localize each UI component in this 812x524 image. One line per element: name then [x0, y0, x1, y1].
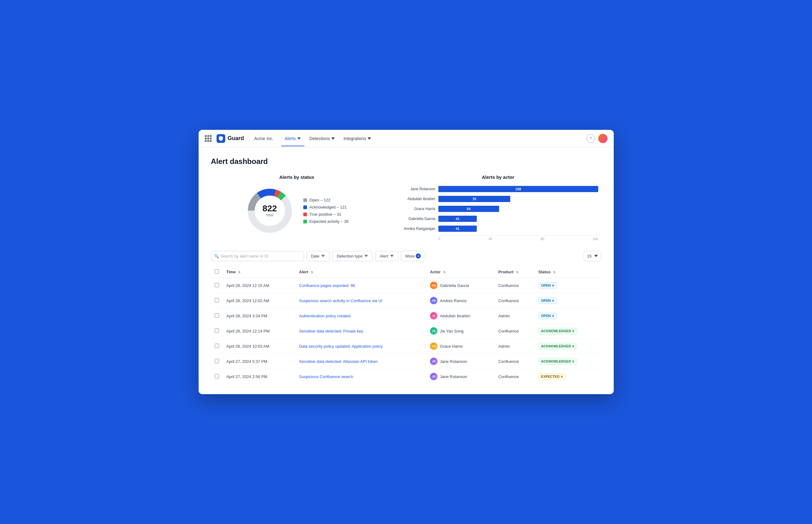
alert-chevron-icon [390, 254, 394, 258]
row-alert: Suspicious Confluence search [295, 369, 426, 384]
row-checkbox-cell [211, 339, 223, 354]
nav-links: Alerts Detections Integrations [281, 134, 375, 144]
row-checkbox-1[interactable] [215, 298, 219, 302]
table-row: April 28, 2024 12:14 PM Sensitive data d… [211, 324, 601, 339]
table-row: April 28, 2024 12:15 AM Confluence pages… [211, 278, 601, 293]
table-header-status[interactable]: Status ⇅ [535, 266, 601, 278]
row-actor: JR Jane Rotanson [426, 354, 495, 369]
alert-link-6[interactable]: Suspicious Confluence search [299, 374, 353, 379]
app-logo: Guard [217, 134, 244, 143]
alert-link-0[interactable]: Confluence pages exported: 98 [299, 283, 355, 288]
actor-name-0: Gabriella Garcia [440, 283, 469, 288]
table-header-product[interactable]: Product ⇅ [495, 266, 535, 278]
status-badge-0[interactable]: OPEN ∨ [538, 282, 557, 289]
company-name: Acme Inc. [254, 136, 274, 141]
row-checkbox-4[interactable] [215, 344, 219, 348]
bar-fill-2: 64 [438, 206, 499, 212]
row-actor: AR Andres Ramos [426, 293, 495, 308]
table-row: April 28, 2024 3:34 PM Authentication po… [211, 308, 601, 324]
more-filter-button[interactable]: More + [401, 251, 426, 261]
donut-chart-wrapper: 822 total Open – 122 Acknowledge [211, 186, 383, 235]
alert-link-4[interactable]: Data security policy updated: Applicatio… [299, 344, 383, 349]
actor-avatar-4: GH [430, 342, 437, 350]
grid-menu-icon[interactable] [205, 135, 212, 142]
table-header-time[interactable]: Time ⇅ [223, 266, 296, 278]
row-checkbox-cell [211, 324, 223, 339]
row-checkbox-cell [211, 369, 223, 384]
actor-name-2: Abdullah Ibrahim [440, 314, 470, 318]
row-alert: Confluence pages exported: 98 [295, 278, 426, 293]
row-time: April 28, 2024 12:02 AM [223, 293, 296, 308]
table-header-alert[interactable]: Alert ⇅ [295, 266, 426, 278]
row-time: April 27, 2024 5:37 PM [223, 354, 296, 369]
status-badge-1[interactable]: OPEN ∨ [538, 297, 557, 304]
alert-link-5[interactable]: Sensitive data detected: Atlassian API t… [299, 359, 378, 364]
logo-shield-icon [217, 134, 225, 143]
alerts-table: Time ⇅ Alert ⇅ Actor ⇅ Product ⇅ Status … [211, 266, 601, 384]
alert-link-3[interactable]: Sensitive data detected: Private key [299, 329, 363, 333]
date-filter-button[interactable]: Date [306, 251, 330, 261]
table-header-actor[interactable]: Actor ⇅ [426, 266, 495, 278]
row-product-4: Admin [495, 339, 535, 354]
row-time: April 28, 2024 3:34 PM [223, 308, 296, 324]
actor-avatar-0: GG [430, 282, 437, 289]
bar-chart-card: Alerts by actor Jane Rotanson 168 Abdull [395, 175, 601, 241]
row-product-3: Confluence [495, 324, 535, 339]
select-all-checkbox[interactable] [215, 269, 219, 274]
row-product-6: Confluence [495, 369, 535, 384]
actor-name-1: Andres Ramos [440, 298, 467, 303]
row-checkbox-cell [211, 293, 223, 308]
nav-link-integrations[interactable]: Integrations [340, 134, 375, 144]
status-badge-5[interactable]: ACKNOWLEDGED ∨ [538, 358, 578, 365]
bar-row-4: Annika Rangarajan 41 [398, 226, 598, 232]
row-time: April 27, 2024 2:56 PM [223, 369, 296, 384]
legend-dot-open [303, 198, 307, 202]
nav-link-alerts[interactable]: Alerts [281, 134, 304, 144]
legend-item-acknowledged: Acknowledged – 121 [303, 205, 349, 210]
row-status-5: ACKNOWLEDGED ∨ [535, 354, 601, 369]
bar-fill-1: 76 [438, 196, 510, 202]
status-badge-3[interactable]: ACKNOWLEDGED ∨ [538, 328, 578, 334]
donut-center-label: 822 total [262, 204, 277, 217]
table-row: April 28, 2024 12:02 AM Suspicious searc… [211, 293, 601, 308]
row-checkbox-0[interactable] [215, 283, 219, 287]
row-product-5: Confluence [495, 354, 535, 369]
row-status-4: ACKNOWLEDGED ∨ [535, 339, 601, 354]
row-time: April 28, 2024 12:15 AM [223, 278, 296, 293]
actor-name-4: Grace Harris [440, 344, 463, 349]
per-page-chevron-icon [594, 255, 598, 257]
row-status-6: EXPECTED ∨ [535, 369, 601, 384]
alert-link-1[interactable]: Suspicious search activity in Confluence… [299, 298, 382, 303]
alert-filter-button[interactable]: Alert [375, 251, 398, 261]
status-badge-4[interactable]: ACKNOWLEDGED ∨ [538, 343, 578, 349]
table-row: April 28, 2024 10:03 AM Data security po… [211, 339, 601, 354]
donut-chart-svg: 822 total [245, 186, 295, 235]
row-actor: JS Jie Yan Song [426, 324, 495, 339]
per-page-select[interactable]: 15 [584, 251, 601, 261]
bar-fill-0: 168 [438, 186, 598, 192]
alert-link-2[interactable]: Authentication policy created [299, 314, 350, 318]
charts-section: Alerts by status [211, 175, 601, 241]
row-checkbox-5[interactable] [215, 359, 219, 363]
user-avatar[interactable] [598, 134, 608, 143]
status-badge-6[interactable]: EXPECTED ∨ [538, 373, 566, 380]
row-checkbox-cell [211, 354, 223, 369]
help-button[interactable]: ? [586, 134, 595, 143]
row-actor: JR Jane Rotanson [426, 369, 495, 384]
search-input[interactable] [211, 251, 304, 261]
detection-type-filter-button[interactable]: Detection type [332, 251, 373, 261]
row-checkbox-cell [211, 278, 223, 293]
legend-item-expected: Expected activity – 38 [303, 219, 349, 224]
legend-dot-expected [303, 220, 307, 224]
row-checkbox-3[interactable] [215, 328, 219, 333]
row-status-3: ACKNOWLEDGED ∨ [535, 324, 601, 339]
row-checkbox-6[interactable] [215, 374, 219, 378]
status-badge-2[interactable]: OPEN ∨ [538, 313, 557, 319]
table-row: April 27, 2024 5:37 PM Sensitive data de… [211, 354, 601, 369]
bar-chart-wrapper: Jane Rotanson 168 Abdullah Ibrahim [395, 186, 601, 241]
row-actor: AI Abdullah Ibrahim [426, 308, 495, 324]
row-alert: Sensitive data detected: Atlassian API t… [295, 354, 426, 369]
row-checkbox-2[interactable] [215, 313, 219, 317]
plus-icon: + [416, 253, 421, 259]
nav-link-detections[interactable]: Detections [306, 134, 338, 144]
